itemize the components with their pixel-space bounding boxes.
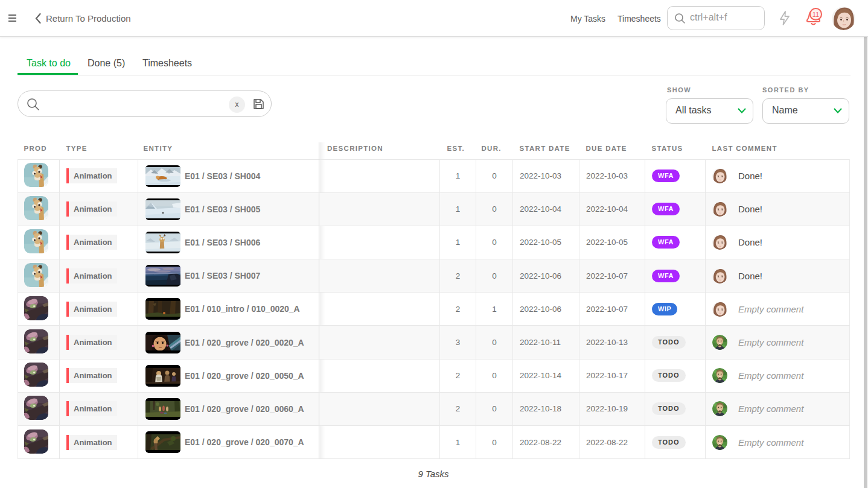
svg-text:11: 11 <box>812 11 819 18</box>
